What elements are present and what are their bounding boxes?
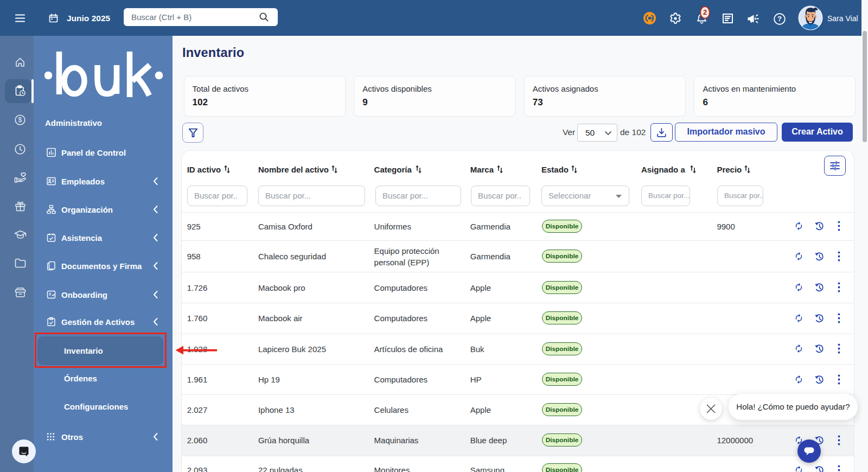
svg-text:?: ?: [777, 15, 782, 23]
svg-text:$: $: [18, 116, 22, 124]
